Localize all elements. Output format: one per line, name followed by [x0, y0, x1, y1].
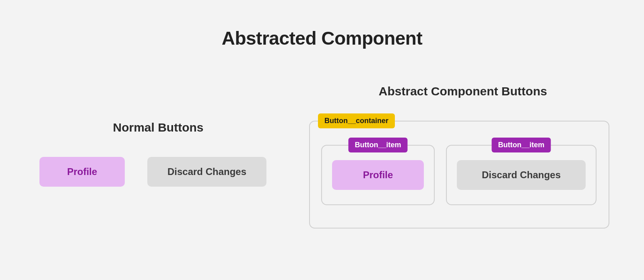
normal-buttons-heading: Normal Buttons [39, 121, 277, 134]
button-item-label: Button__item [348, 138, 407, 152]
button-item-box: Button__item Profile [321, 145, 435, 205]
button-item-box: Button__item Discard Changes [446, 145, 597, 205]
button-container-label: Button__container [318, 113, 395, 128]
profile-button[interactable]: Profile [332, 160, 424, 190]
button-container-box: Button__container Button__item Profile B… [309, 121, 609, 229]
discard-changes-button[interactable]: Discard Changes [147, 157, 266, 187]
page-title: Abstracted Component [0, 27, 644, 49]
discard-changes-button[interactable]: Discard Changes [457, 160, 586, 190]
normal-buttons-row: Profile Discard Changes [39, 157, 277, 187]
profile-button[interactable]: Profile [39, 157, 125, 187]
button-item-label: Button__item [491, 138, 551, 152]
abstract-buttons-heading: Abstract Component Buttons [309, 84, 617, 98]
normal-buttons-panel: Normal Buttons Profile Discard Changes [39, 121, 277, 187]
abstract-buttons-panel: Abstract Component Buttons Button__conta… [309, 84, 617, 229]
